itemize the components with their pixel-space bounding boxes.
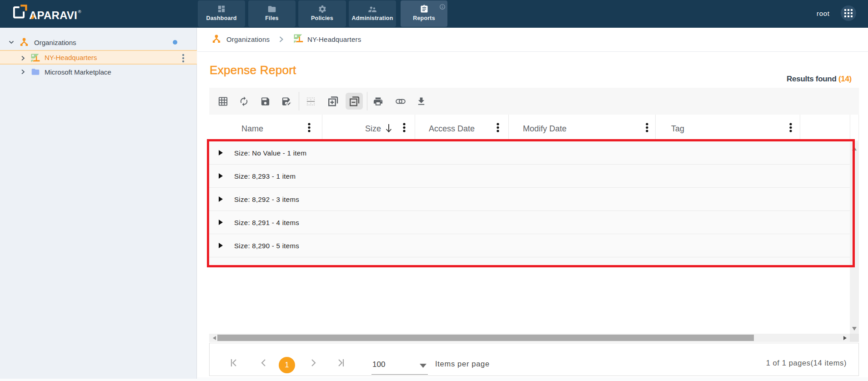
svg-text:®: ® [78, 9, 81, 14]
svg-text:APARAVI: APARAVI [29, 9, 77, 21]
